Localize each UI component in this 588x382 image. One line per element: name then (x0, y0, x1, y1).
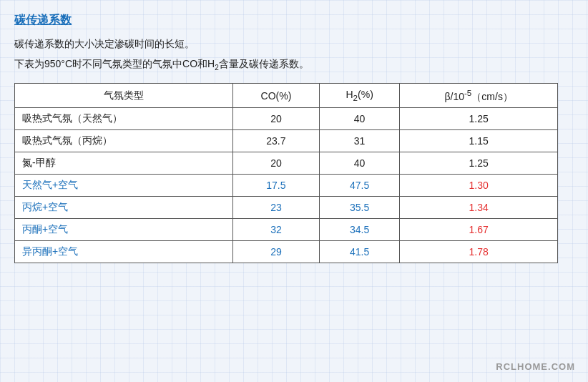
table-cell: 丙烷+空气 (15, 197, 233, 219)
table-cell: 20 (233, 108, 320, 130)
table-cell: 41.5 (319, 241, 400, 263)
table-cell: 32 (233, 219, 320, 241)
table-cell: 丙酮+空气 (15, 219, 233, 241)
table-cell: 40 (319, 152, 400, 175)
table-cell: 1.25 (400, 152, 558, 175)
table-cell: 35.5 (319, 197, 400, 219)
table-cell: 17.5 (233, 175, 320, 197)
table-cell: 31 (319, 130, 400, 152)
col-header-type: 气氛类型 (15, 83, 233, 108)
table-cell: 异丙酮+空气 (15, 241, 233, 263)
table-cell: 天然气+空气 (15, 175, 233, 197)
table-cell: 1.15 (400, 130, 558, 152)
page-title: 碳传递系数 (14, 13, 574, 28)
table-cell: 47.5 (319, 175, 400, 197)
col-header-co: CO(%) (233, 83, 320, 108)
table-cell: 1.30 (400, 175, 558, 197)
table-cell: 吸热式气氛（天然气） (15, 108, 233, 130)
watermark: RCLHOME.COM (496, 361, 575, 372)
table-cell: 23.7 (233, 130, 320, 152)
table-cell: 34.5 (319, 219, 400, 241)
table-cell: 1.78 (400, 241, 558, 263)
col-header-beta: β/10-5（cm/s） (400, 83, 558, 108)
table-cell: 1.67 (400, 219, 558, 241)
table-cell: 1.34 (400, 197, 558, 219)
table-cell: 吸热式气氛（丙烷） (15, 130, 233, 152)
table-cell: 23 (233, 197, 320, 219)
table-cell: 1.25 (400, 108, 558, 130)
description-1: 碳传递系数的大小决定渗碳时间的长短。 (14, 38, 574, 51)
col-header-h2: H2(%) (319, 83, 400, 108)
table-cell: 29 (233, 241, 320, 263)
data-table: 气氛类型 CO(%) H2(%) β/10-5（cm/s） 吸热式气氛（天然气）… (14, 83, 558, 264)
table-cell: 40 (319, 108, 400, 130)
table-cell: 氮-甲醇 (15, 152, 233, 175)
table-cell: 20 (233, 152, 320, 175)
description-2: 下表为950°C时不同气氛类型的气氛中CO和H2含量及碳传递系数。 (14, 58, 574, 72)
